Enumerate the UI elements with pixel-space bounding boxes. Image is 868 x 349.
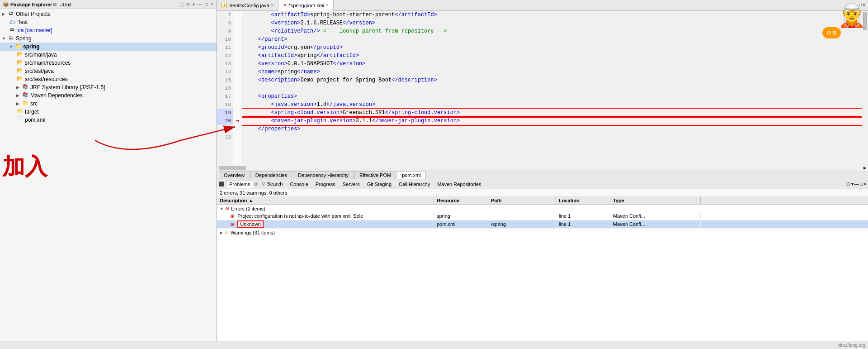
close-editor-icon[interactable]: × [863,3,865,8]
tree-label: Spring [16,35,32,42]
pom-tab-dep-hierarchy[interactable]: Dependency Hierarchy [293,171,354,179]
warnings-group[interactable]: ▶ ⚠ Warnings (31 items) [217,229,868,236]
tree-item-spring[interactable]: ▼ 📁 spring [0,43,217,51]
location-cell-1: line 1 [556,212,610,220]
tab-call-hierarchy[interactable]: Call Hierarchy [396,181,433,188]
menu-icon[interactable]: ▾ [192,1,196,7]
collapse-icon[interactable]: ⬜ [177,1,184,7]
expand-icon: ▶ [220,230,223,235]
tab-search[interactable]: ⚲ Search [259,180,286,188]
code-line-11: <groupId>org.yun</groupId> [242,43,862,52]
tree-item-src-test-resources[interactable]: 📂 src/test/resources [0,75,217,83]
tree-arrow[interactable]: ▼ [2,36,7,41]
junit-label: JUnit [60,2,71,7]
tree-item-src-test-java[interactable]: 📂 src/test/java [0,67,217,75]
editor-scrollbar[interactable] [862,11,868,165]
problems-min-icon[interactable]: — [854,182,859,186]
pom-tab-dependencies[interactable]: Dependencies [250,171,292,179]
tree-item-src-main-resources[interactable]: 📂 src/main/resources [0,59,217,67]
tree-item-src-main-java[interactable]: 📂 src/main/java [0,51,217,59]
sync-icon[interactable]: ⟳ [185,1,191,7]
tree-arrow[interactable]: ▶ [16,93,22,98]
line-num-13: 13 [217,60,233,68]
col-type[interactable]: Type [610,197,701,204]
col-description[interactable]: Description ▲ [217,197,434,204]
line-num-17: ▾17 [217,92,233,100]
h-scroll-thumb[interactable] [219,166,246,170]
editor-tab-bar: J IdentityConfig.java × ✕ *spring/pom.xm… [217,0,868,11]
problems-filter-icon[interactable]: ▾ [851,182,854,186]
error-icon: ⊗ [230,221,234,227]
tree-item-maven-deps[interactable]: ▶ 📚 Maven Dependencies [0,91,217,100]
line-num-10: 10 [217,35,233,43]
tree-item-pom[interactable]: 📄 pom.xml [0,116,217,124]
xml-icon: 📄 [16,116,24,124]
pom-tab-pom-xml[interactable]: pom.xml [397,171,426,179]
tab-problems[interactable]: Problems [226,181,253,188]
tree-arrow[interactable]: ▶ [16,101,22,106]
status-bar: http://tang.org [0,341,868,349]
maximize-editor-icon[interactable]: □ [859,3,862,8]
type-cell-1: Maven Confi... [610,212,701,220]
tab-close-icon[interactable]: × [271,3,274,8]
tree-item-spring-root[interactable]: ▼ 🗂 Spring [0,34,217,43]
col-path[interactable]: Path [488,197,556,204]
arrow-blank [233,11,242,19]
src-folder-icon: 📂 [16,59,24,67]
code-line-8: <version>2.1.6.RELEASE</version> [242,19,862,27]
tree-item-target[interactable]: 📁 target [0,108,217,116]
scroll-thumb[interactable] [863,12,867,30]
error-row-1[interactable]: ⊗ Project configuration is not up-to-dat… [217,212,868,220]
line-num-21: 21 [217,125,233,133]
arrow-blank [233,27,242,35]
error-dot: ⬛ [219,182,224,186]
problems-icons: ⬡ ▾ — □ × [846,182,866,186]
lib-icon: 📚 [22,84,29,91]
col-location[interactable]: Location [556,197,610,204]
tab-identity-config[interactable]: J IdentityConfig.java × [217,0,278,10]
pom-tab-effective[interactable]: Effective POM [354,171,396,179]
tab-console[interactable]: Console [287,181,311,188]
code-line-22 [242,133,862,141]
tree-arrow[interactable]: ▼ [9,44,14,49]
panel-title-x: ⊠ [53,2,57,7]
desc-cell-1: ⊗ Project configuration is not up-to-dat… [217,212,434,220]
tree-arrow[interactable]: ▶ [16,85,22,90]
arrow-blank [233,125,242,133]
arrow-col: ➡ [233,11,242,165]
tree-item-oa[interactable]: 🗁 oa [oa master] [0,26,217,34]
tab-close-icon[interactable]: × [326,3,329,8]
errors-group[interactable]: ▼ ⊗ Errors (2 items) [217,205,868,212]
line-num-12: 12 [217,52,233,60]
problems-close-icon[interactable]: × [863,182,866,186]
scroll-right-icon[interactable]: ▶ [862,165,868,171]
problems-sort-icon[interactable]: ⬡ [846,182,850,186]
code-line-13: <version>0.0.1-SNAPSHOT</version> [242,60,862,68]
tree-item-jre[interactable]: ▶ 📚 JRE System Library [J2SE-1.5] [0,83,217,91]
col-resource[interactable]: Resource [434,197,488,204]
arrow-blank [233,84,242,92]
code-col[interactable]: <artifactId>spring-boot-starter-parent</… [242,11,862,165]
tab-servers[interactable]: Servers [340,181,363,188]
minimize-editor-icon[interactable]: — [855,3,858,8]
minimize-icon[interactable]: — [197,1,203,7]
tree-item-src[interactable]: ▶ 📁 src [0,100,217,108]
problems-panel: ⬛ Problems ⊠ ⚲ Search Console Progress S… [217,179,868,341]
tab-pom-xml[interactable]: ✕ *spring/pom.xml × [278,0,334,11]
desc-text-1: Project configuration is not up-to-date … [237,213,363,219]
panel-title: Package Explorer [10,2,52,7]
pom-tab-overview[interactable]: Overview [219,171,250,179]
h-scrollbar[interactable]: ▶ [217,165,868,170]
tab-maven-repos[interactable]: Maven Repositories [434,181,484,188]
close-icon[interactable]: × [209,1,214,7]
tab-progress[interactable]: Progress [312,181,339,188]
problems-max-icon[interactable]: □ [860,182,863,186]
line-num-18: 18 [217,100,233,109]
error-row-2[interactable]: ⊗ Unknown pom.xml /spring line 1 Maven C… [217,220,868,229]
arrow-blank [233,35,242,43]
tab-git-staging[interactable]: Git Staging [364,181,395,188]
tree-item-test[interactable]: 🗁 Test [0,18,217,26]
tree-item-other-projects[interactable]: ▶ 🗂 Other Projects [0,10,217,18]
maximize-icon[interactable]: □ [204,1,208,7]
tree-arrow[interactable]: ▶ [2,12,7,16]
